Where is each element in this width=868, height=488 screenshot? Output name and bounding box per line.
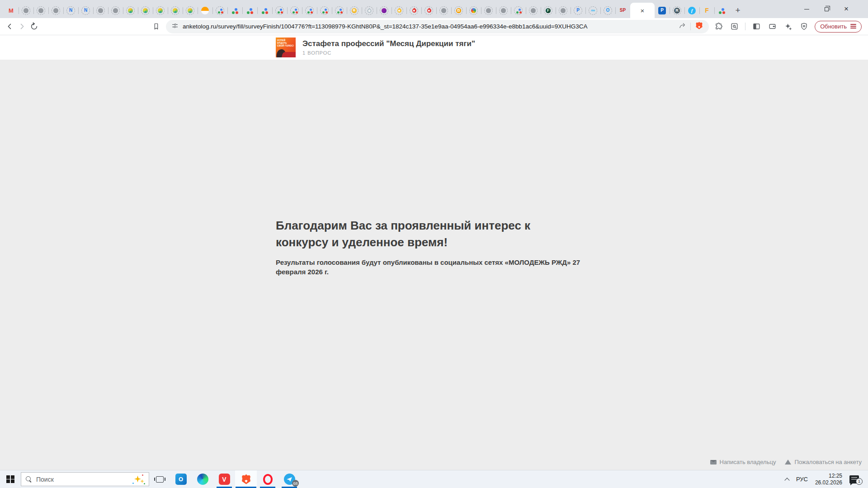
taskbar-app-vivaldi[interactable]: V [213,470,235,488]
taskbar-app-edge[interactable] [192,470,213,488]
taskbar-app-brave[interactable] [235,470,257,488]
browser-tab[interactable] [496,3,511,18]
report-survey-link[interactable]: Пожаловаться на анкету [785,459,862,465]
browser-tab[interactable] [556,3,571,18]
start-button[interactable] [0,470,21,488]
browser-tab[interactable] [48,3,63,18]
browser-tab[interactable]: P [655,3,670,18]
browser-tab[interactable] [302,3,317,18]
browser-tab[interactable] [123,3,138,18]
browser-tab[interactable]: O [600,3,615,18]
browser-tab[interactable] [714,3,729,18]
browser-tab[interactable] [466,3,481,18]
dots2-favicon-icon [260,6,269,15]
browser-tab[interactable] [317,3,332,18]
reload-button[interactable] [28,20,40,33]
extensions-puzzle-icon[interactable] [713,22,723,32]
browser-tab[interactable] [108,3,123,18]
p_dashed-favicon-icon: P [574,6,582,15]
palette-favicon-icon [469,6,478,15]
write-owner-link[interactable]: Написать владельцу [710,459,776,465]
browser-tab[interactable]: R [670,3,684,18]
new-tab-button[interactable]: + [731,4,745,17]
nova-favicon-icon: N [66,6,75,15]
toolbar-divider [745,23,745,30]
browser-tab[interactable] [257,3,272,18]
site-settings-icon[interactable] [171,22,179,31]
taskbar-clock[interactable]: 12:25 26.02.2026 [815,473,842,486]
survey-logo-image: УСПЕЙ ОТДАТЬ СВОЙ ГОЛОС! [276,38,296,57]
tray-chevron-up-icon[interactable] [784,478,789,483]
browser-tab[interactable]: N [63,3,78,18]
dots-favicon-icon [290,6,299,15]
browser-tab[interactable] [153,3,168,18]
f_green-favicon-icon: F [544,6,552,15]
globe-favicon-icon [484,6,493,15]
browser-tab[interactable] [33,3,48,18]
wallet-icon[interactable] [767,22,777,32]
language-indicator[interactable]: РУС [796,476,808,483]
browser-tab[interactable] [242,3,257,18]
browser-tab[interactable] [287,3,302,18]
system-tray: РУС 12:25 26.02.2026 1 [785,470,868,488]
window-controls: × [797,0,868,18]
leo-ai-icon[interactable] [783,22,793,32]
browser-tab[interactable]: P [571,3,585,18]
taskbar-app-outlook[interactable]: O [170,470,192,488]
share-icon[interactable] [679,22,686,31]
browser-tab[interactable] [227,3,242,18]
forward-button[interactable] [16,20,28,33]
browser-tab[interactable]: SP [615,3,630,18]
vpn-shield-icon[interactable] [799,22,809,32]
taskbar-search-input[interactable]: Поиск [21,472,149,486]
task-view-button[interactable] [149,470,170,488]
browser-tab[interactable] [481,3,496,18]
browser-tab[interactable] [377,3,392,18]
browser-tab[interactable] [511,3,526,18]
browser-tab[interactable]: F [699,3,714,18]
browser-tab[interactable] [526,3,541,18]
address-bar[interactable]: anketolog.ru/survey/fill/surveyFinish/10… [166,20,709,33]
brave-shields-icon[interactable] [695,21,703,32]
browser-tab[interactable]: N [78,3,93,18]
window-minimize-button[interactable] [797,0,816,18]
browser-tab[interactable] [168,3,183,18]
windows-taskbar: Поиск O V 68 [0,470,868,488]
browser-tab[interactable] [392,3,406,18]
bookmark-button[interactable] [150,20,162,33]
browser-tab[interactable] [19,3,33,18]
browser-tab[interactable] [362,3,377,18]
taskbar-app-opera[interactable] [257,470,278,488]
browser-tab[interactable]: F [541,3,556,18]
sidebar-icon[interactable] [751,22,761,32]
browser-tab[interactable] [272,3,287,18]
taskbar-app-telegram[interactable]: 68 [278,470,300,488]
window-close-button[interactable]: × [836,0,856,18]
url-text[interactable]: anketolog.ru/survey/fill/surveyFinish/10… [183,23,675,30]
browser-tab[interactable]: f [684,3,699,18]
browser-tab[interactable]: B [347,3,362,18]
browser-tab[interactable]: ibb [585,3,600,18]
tab-close-icon[interactable]: × [641,7,645,14]
browser-tab[interactable] [332,3,347,18]
browser-tab[interactable] [138,3,153,18]
window-restore-button[interactable] [816,0,836,18]
browser-tab[interactable] [406,3,421,18]
f_blue-favicon-icon: f [688,6,696,15]
active-tab-anketolog[interactable]: × [630,3,655,18]
browser-tab[interactable] [212,3,227,18]
browser-tab[interactable] [198,3,212,18]
back-button[interactable] [4,20,16,33]
browser-tab[interactable] [436,3,451,18]
search-placeholder: Поиск [36,476,54,483]
purple-favicon-icon [380,6,388,15]
browser-tab[interactable]: B [451,3,466,18]
notification-center-button[interactable]: 1 [849,475,859,483]
search-tabs-icon[interactable] [729,22,739,32]
browser-tab[interactable] [183,3,198,18]
browser-tab[interactable] [93,3,108,18]
o_blue-favicon-icon: O [604,6,612,15]
browser-tab[interactable] [421,3,436,18]
browser-tab[interactable]: M [4,3,19,18]
browser-update-button[interactable]: Обновить [815,21,862,33]
